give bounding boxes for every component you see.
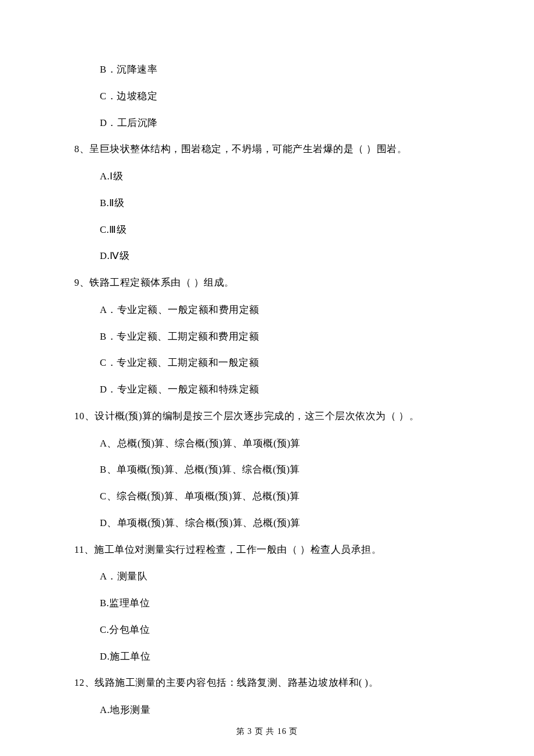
- option-item: D．工后沉降: [100, 116, 460, 131]
- option-item: C．专业定额、工期定额和一般定额: [100, 356, 460, 370]
- question-12: 12、线路施工测量的主要内容包括：线路复测、路基边坡放样和( )。: [74, 676, 460, 690]
- option-item: B.监理单位: [100, 596, 460, 611]
- option-item: D.施工单位: [100, 650, 460, 664]
- page-footer: 第 3 页 共 16 页: [0, 725, 534, 737]
- option-item: A．测量队: [100, 570, 460, 584]
- option-item: B．沉降速率: [100, 63, 460, 77]
- option-item: B．专业定额、工期定额和费用定额: [100, 330, 460, 344]
- option-item: C.Ⅲ级: [100, 223, 460, 237]
- option-item: C．边坡稳定: [100, 89, 460, 104]
- option-item: A．专业定额、一般定额和费用定额: [100, 303, 460, 318]
- option-item: B、单项概(预)算、总概(预)算、综合概(预)算: [100, 463, 460, 477]
- option-item: D．专业定额、一般定额和特殊定额: [100, 383, 460, 397]
- question-8: 8、呈巨块状整体结构，围岩稳定，不坍塌，可能产生岩爆的是（ ）围岩。: [74, 142, 460, 157]
- option-item: D、单项概(预)算、综合概(预)算、总概(预)算: [100, 516, 460, 531]
- question-9: 9、铁路工程定额体系由（ ）组成。: [74, 276, 460, 290]
- option-item: D.Ⅳ级: [100, 249, 460, 264]
- question-11: 11、施工单位对测量实行过程检查，工作一般由（ ）检查人员承担。: [74, 543, 460, 557]
- option-item: C、综合概(预)算、单项概(预)算、总概(预)算: [100, 489, 460, 504]
- option-item: A.地形测量: [100, 703, 460, 718]
- option-item: A.Ⅰ级: [100, 170, 460, 184]
- document-body: B．沉降速率 C．边坡稳定 D．工后沉降 8、呈巨块状整体结构，围岩稳定，不坍塌…: [74, 63, 460, 718]
- option-item: A、总概(预)算、综合概(预)算、单项概(预)算: [100, 437, 460, 451]
- option-item: C.分包单位: [100, 623, 460, 638]
- option-item: B.Ⅱ级: [100, 196, 460, 211]
- question-10: 10、设计概(预)算的编制是按三个层次逐步完成的，这三个层次依次为（ ）。: [74, 409, 460, 424]
